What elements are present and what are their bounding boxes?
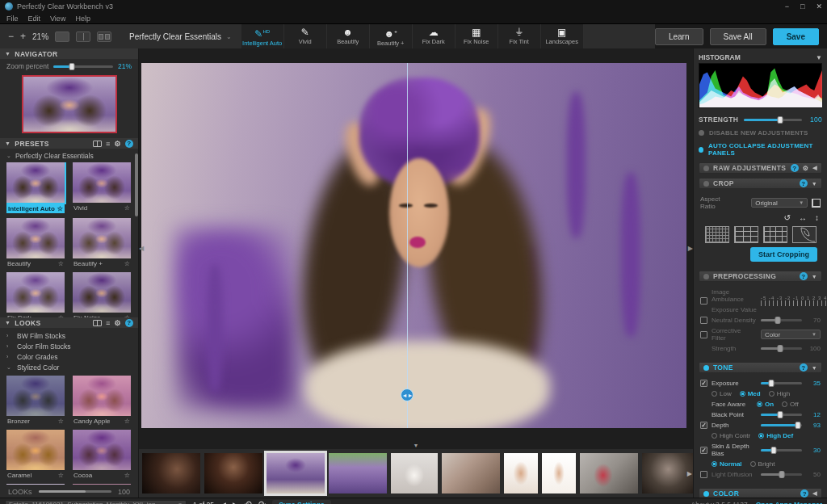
preset-item-beautify-+[interactable]: Beautify +☆ (73, 218, 131, 267)
filmstrip-next-icon[interactable]: ▶ (687, 470, 692, 477)
view-split-button[interactable] (76, 32, 90, 42)
thumbnail-view-icon[interactable] (93, 141, 102, 147)
slider-knob[interactable] (778, 411, 783, 418)
crop-grid-fine-button[interactable] (705, 226, 729, 243)
menu-file[interactable]: File (6, 15, 19, 23)
menu-edit[interactable]: Edit (28, 15, 41, 23)
toolbar-preset-fix-dark[interactable]: ☁Fix Dark (413, 24, 455, 48)
list-view-icon[interactable]: ≡ (106, 319, 111, 327)
flip-horizontal-icon[interactable]: ↔ (799, 213, 807, 222)
thumbnail-view-icon[interactable] (93, 320, 102, 326)
help-icon[interactable]: ? (800, 489, 808, 498)
raw-adjustments-header[interactable]: RAW ADJUSTMENTS ? ⚙ ◀ (699, 162, 822, 174)
exposure-checkbox[interactable]: ✓ (700, 380, 707, 387)
navigator-header[interactable]: ▼ NAVIGATOR (0, 48, 138, 59)
normal-radio[interactable]: Normal (712, 460, 742, 468)
collapse-left-panel-icon[interactable]: ◀ (139, 245, 144, 252)
strength-slider[interactable] (761, 347, 802, 350)
preset-item-vivid[interactable]: Vivid☆ (73, 162, 131, 213)
look-item[interactable] (73, 484, 131, 485)
look-item-candy-apple[interactable]: Candy Apple☆ (73, 376, 131, 425)
black-point-slider[interactable] (761, 414, 802, 416)
crop-grid-4x3-button[interactable] (763, 226, 787, 243)
collapse-right-panel-icon[interactable]: ▶ (688, 245, 693, 252)
low-radio[interactable]: Low (712, 390, 732, 397)
looks-header[interactable]: ▼ LOOKS ≡ ⚙ ? (0, 317, 138, 328)
flip-vertical-icon[interactable]: ↕ (815, 213, 819, 222)
look-item-caramel[interactable]: Caramel☆ (6, 430, 65, 479)
expanded-triangle-icon[interactable]: ▼ (812, 365, 817, 371)
before-after-split-line[interactable] (407, 63, 408, 428)
favorite-star-icon[interactable]: ☆ (57, 205, 63, 212)
light-diffusion-slider[interactable] (761, 473, 802, 476)
redo-button[interactable]: ↷ (258, 499, 266, 504)
slider-knob[interactable] (768, 380, 774, 387)
crop-header[interactable]: CROP ? ▼ (699, 178, 822, 189)
bright-radio[interactable]: Bright (750, 460, 775, 468)
filmstrip-thumbnail-6[interactable] (442, 453, 500, 494)
undo-button[interactable]: ↶ (245, 499, 252, 504)
presets-scrollbar[interactable] (135, 153, 138, 216)
toolbar-preset-landscapes[interactable]: ▣Landscapes (541, 24, 584, 48)
on-radio[interactable]: On (757, 401, 774, 408)
split-drag-handle[interactable]: ◄► (401, 388, 414, 401)
disable-new-adjustments-toggle[interactable]: DISABLE NEW ADJUSTMENTS (699, 129, 822, 136)
expanded-triangle-icon[interactable]: ▼ (812, 274, 817, 279)
learn-button[interactable]: Learn (655, 28, 703, 45)
open-apps-manager-button[interactable]: Open Apps Manager (756, 501, 822, 504)
preset-item-beautify[interactable]: Beautify☆ (6, 218, 65, 267)
zoom-percent-slider[interactable] (53, 65, 113, 68)
zoom-in-button[interactable]: + (20, 31, 26, 42)
save-all-button[interactable]: Save All (710, 28, 766, 45)
sync-settings-button[interactable]: Sync Settings (272, 500, 330, 504)
gear-icon[interactable]: ⚙ (115, 140, 121, 148)
looks-tree-stylized-color[interactable]: ⌄Stylized Color (6, 362, 132, 372)
favorite-star-icon[interactable]: ☆ (58, 472, 64, 479)
favorite-star-icon[interactable]: ☆ (58, 418, 64, 425)
looks-tree-color-grades[interactable]: ›Color Grades (6, 351, 132, 362)
tone-header[interactable]: TONE ? ▼ (699, 362, 822, 373)
exposure-value-ruler[interactable]: -5 -4 -3 -2 -1 0 1 2 3 4 5 (761, 296, 827, 306)
preset-item-intelligent-auto[interactable]: Intelligent Auto☆ (6, 162, 65, 213)
crop-icon[interactable] (812, 199, 821, 208)
favorite-star-icon[interactable]: ☆ (124, 204, 130, 212)
help-icon[interactable]: ? (800, 272, 808, 280)
start-cropping-button[interactable]: Start Cropping (750, 247, 817, 262)
filmstrip-thumbnail-10[interactable] (642, 453, 693, 494)
favorite-star-icon[interactable]: ☆ (124, 418, 130, 425)
filmstrip-thumbnail-7[interactable] (504, 453, 538, 494)
filmstrip-thumbnail-9[interactable] (580, 453, 638, 494)
filmstrip-thumbnail-4[interactable] (329, 453, 387, 494)
color-header[interactable]: COLOR ? ◀ (699, 488, 822, 498)
menu-help[interactable]: Help (75, 15, 90, 23)
preset-group-row[interactable]: ⌄ Perfectly Clear Essentials (6, 150, 133, 162)
crop-grid-thirds-button[interactable] (734, 226, 758, 243)
collapsed-triangle-icon[interactable]: ◀ (812, 165, 817, 171)
filmstrip-thumbnail-5[interactable] (391, 453, 438, 494)
high-radio[interactable]: High (769, 390, 790, 397)
collapse-triangle-icon[interactable]: ▼ (816, 54, 822, 61)
filmstrip-thumbnail-2[interactable] (204, 453, 262, 494)
toolbar-preset-beautify-[interactable]: ☻+Beautify + (370, 24, 413, 48)
help-icon[interactable]: ? (800, 363, 808, 372)
look-item-bronzer[interactable]: Bronzer☆ (6, 376, 65, 425)
help-icon[interactable]: ? (800, 179, 808, 187)
list-view-icon[interactable]: ≡ (106, 140, 111, 148)
preprocessing-header[interactable]: PREPROCESSING ? ▼ (699, 271, 822, 282)
high-def-radio[interactable]: High Def (758, 432, 793, 439)
image-ambulance-checkbox[interactable] (700, 297, 707, 304)
zoom-out-button[interactable]: − (8, 31, 14, 42)
depth-checkbox[interactable]: ✓ (700, 422, 707, 429)
med-radio[interactable]: Med (740, 390, 761, 397)
help-icon[interactable]: ? (791, 164, 799, 172)
aspect-ratio-dropdown[interactable]: Original ▼ (751, 198, 808, 208)
toolbar-preset-beautify[interactable]: ☻Beautify (327, 24, 370, 48)
menu-view[interactable]: View (50, 15, 65, 23)
off-radio[interactable]: Off (782, 401, 799, 408)
previous-image-button[interactable]: ◀ (220, 501, 226, 504)
maximize-button[interactable]: □ (800, 2, 804, 10)
gear-icon[interactable]: ⚙ (115, 319, 121, 327)
photo-preview[interactable]: ◄► (141, 63, 686, 428)
slider-knob[interactable] (771, 447, 777, 454)
navigator-thumbnail[interactable] (22, 75, 117, 133)
